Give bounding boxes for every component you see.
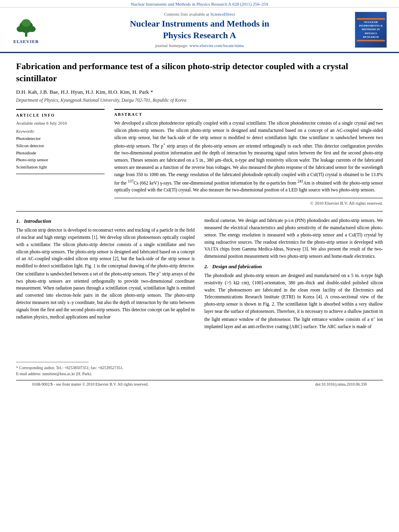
issn-copyright: 0168-9002/$ - see front matter © 2010 El… — [32, 382, 148, 386]
design-number: 2. — [204, 263, 208, 269]
keyword-5: Scintillation light — [16, 164, 105, 171]
cover-text: NUCLEAR INSTRUMENTS & METHODS IN PHYSICS… — [357, 21, 385, 39]
keyword-3: Photodiode — [16, 150, 105, 157]
journal-title-line1: Nuclear Instruments and Methods in — [130, 18, 269, 29]
intro-heading: 1. Introduction — [16, 218, 195, 224]
article-info-abstract-section: ARTICLE INFO Available online 6 July 201… — [16, 109, 383, 205]
doi-text: doi:10.1016/j.nima.2010.06.330 — [315, 382, 367, 386]
authors-text: D.H. Kah, J.B. Bae, H.J. Hyun, H.J. Kim,… — [16, 89, 153, 95]
journal-cover-image: NUCLEAR INSTRUMENTS & METHODS IN PHYSICS… — [355, 12, 387, 48]
body-content: 1. Introduction The silicon strip detect… — [16, 217, 383, 376]
available-online: Available online 6 July 2010 — [16, 121, 105, 125]
contents-text: Contents lists available at — [164, 12, 209, 16]
abstract-text: We developed a silicon photodetector opt… — [114, 120, 383, 194]
article-title: Fabrication and performance test of a si… — [16, 60, 383, 84]
keyword-1: Photodetector — [16, 135, 105, 142]
intro-paragraph: The silicon strip detector is developed … — [16, 227, 195, 320]
design-title: Design and fabrication — [212, 263, 262, 269]
bottom-bar: 0168-9002/$ - see front matter © 2010 El… — [16, 380, 383, 388]
section-divider — [16, 211, 383, 212]
intro-continuation: medical cameras. We design and fabricate… — [204, 217, 383, 260]
journal-ref-text: Nuclear Instruments and Methods in Physi… — [131, 2, 268, 6]
intro-title: Introduction — [24, 218, 51, 224]
footnote-divider — [16, 362, 88, 362]
contents-available-line: Contents lists available at ScienceDirec… — [48, 12, 351, 16]
abstract-column: ABSTRACT We developed a silicon photodet… — [114, 109, 383, 205]
journal-homepage-link[interactable]: www.elsevier.com/locate/nima — [189, 43, 244, 48]
abstract-section: ABSTRACT We developed a silicon photodet… — [114, 109, 383, 205]
design-paragraph: The photodiode and photo-strip sensors a… — [204, 272, 383, 330]
keywords-list: Photodetector Silicon detector Photodiod… — [16, 135, 105, 170]
sciencedirect-link[interactable]: ScienceDirect — [210, 12, 235, 16]
journal-title-area: Contents lists available at ScienceDirec… — [48, 12, 351, 47]
cover-accent-bar — [357, 18, 385, 20]
main-content: Fabrication and performance test of a si… — [0, 53, 399, 396]
cover-accent-bar-2 — [357, 40, 385, 41]
svg-point-2 — [16, 26, 24, 32]
intro-number: 1. — [16, 218, 20, 224]
journal-main-title: Nuclear Instruments and Methods in Physi… — [48, 18, 351, 41]
svg-point-3 — [28, 26, 36, 32]
email-note: E-mail address: sunshine@knu.ac.kr (H. P… — [16, 371, 195, 377]
journal-header: ELSEVIER Contents lists available at Sci… — [0, 8, 399, 53]
affiliation-text: Department of Physics, Kyungpook Nationa… — [16, 98, 383, 103]
elsevier-name: ELSEVIER — [13, 39, 39, 44]
article-info-heading: ARTICLE INFO — [16, 113, 105, 117]
abstract-heading: ABSTRACT — [114, 112, 383, 117]
keyword-2: Silicon detector — [16, 142, 105, 150]
authors-line: D.H. Kah, J.B. Bae, H.J. Hyun, H.J. Kim,… — [16, 89, 383, 95]
body-right-column: medical cameras. We design and fabricate… — [204, 217, 383, 376]
journal-cover-area: NUCLEAR INSTRUMENTS & METHODS IN PHYSICS… — [355, 12, 391, 48]
article-info-box: ARTICLE INFO Available online 6 July 201… — [16, 109, 105, 174]
keyword-4: Photo-strip sensor — [16, 156, 105, 164]
svg-point-4 — [22, 19, 31, 27]
keywords-label: Keywords: — [16, 129, 105, 134]
elsevier-tree-icon — [12, 16, 40, 38]
copyright-text: © 2010 Elsevier B.V. All rights reserved… — [114, 198, 383, 205]
article-info-column: ARTICLE INFO Available online 6 July 201… — [16, 109, 105, 205]
body-left-column: 1. Introduction The silicon strip detect… — [16, 217, 195, 376]
corresponding-author-note: * Corresponding author. Tel.: +825385073… — [16, 365, 195, 371]
homepage-label: journal homepage: — [155, 43, 188, 48]
journal-homepage-line: journal homepage: www.elsevier.com/locat… — [48, 43, 351, 48]
elsevier-logo-area: ELSEVIER — [8, 16, 44, 44]
elsevier-logo: ELSEVIER — [8, 16, 44, 44]
design-heading: 2. Design and fabrication — [204, 263, 383, 270]
journal-title-line2: Physics Research A — [163, 30, 236, 40]
journal-reference-bar: Nuclear Instruments and Methods in Physi… — [0, 0, 399, 8]
